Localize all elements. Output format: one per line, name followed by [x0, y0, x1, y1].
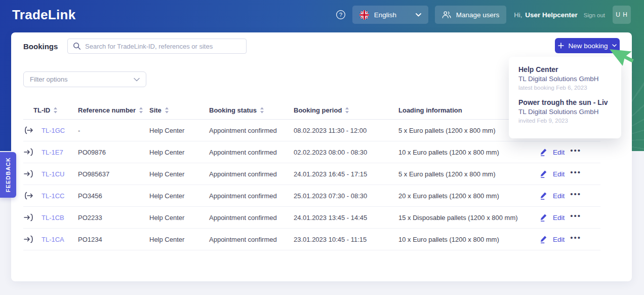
chevron-down-icon	[134, 78, 140, 82]
booking-status: Appointment confirmed	[209, 149, 294, 156]
site: Help Center	[149, 170, 209, 178]
loading-information: 5 x Euro pallets (1200 x 800 mm)	[398, 170, 540, 178]
sign-out-link[interactable]: Sign out	[584, 12, 605, 18]
booking-status: Appointment confirmed	[209, 170, 294, 178]
top-header: TradeLink ? English	[0, 0, 644, 29]
more-actions-button[interactable]: •••	[570, 216, 581, 219]
more-actions-button[interactable]: •••	[570, 151, 581, 154]
chevron-down-icon	[612, 44, 617, 47]
edit-button[interactable]: Edit	[553, 236, 565, 243]
svg-text:?: ?	[339, 12, 342, 18]
language-label: English	[374, 11, 396, 19]
search-icon	[73, 42, 81, 50]
site: Help Center	[149, 149, 209, 156]
reference-number: PO985637	[78, 170, 149, 178]
loading-information: 15 x Disposable pallets (1200 x 800 mm)	[398, 214, 540, 222]
tl-id-link[interactable]: TL-1CA	[42, 236, 64, 243]
inbound-arrow-icon	[23, 148, 34, 156]
filter-options-select[interactable]: Filter options	[23, 71, 146, 87]
column-header-reference[interactable]: Reference number	[78, 106, 149, 114]
pencil-icon[interactable]	[540, 213, 547, 222]
chevron-down-icon	[416, 13, 421, 17]
reference-number: PO3456	[78, 192, 149, 200]
filter-options-label: Filter options	[30, 76, 67, 83]
user-name: User Helpcenter	[525, 11, 578, 19]
tl-id-link[interactable]: TL-1E7	[42, 149, 63, 156]
tl-id-link[interactable]: TL-1CC	[42, 192, 65, 200]
outbound-arrow-icon	[23, 126, 34, 134]
booking-status: Appointment confirmed	[209, 214, 294, 222]
site: Help Center	[149, 192, 209, 200]
column-header-tl-id[interactable]: TL-ID	[23, 106, 78, 114]
new-booking-label: New booking	[568, 42, 608, 50]
booking-status: Appointment confirmed	[209, 192, 294, 200]
edit-button[interactable]: Edit	[553, 192, 565, 200]
dropdown-item-title: Power trough the sun - Liv	[518, 98, 612, 106]
language-selector[interactable]: English	[352, 6, 428, 24]
plus-icon	[558, 43, 564, 49]
manage-users-label: Manage users	[456, 11, 500, 19]
loading-information: 20 x Euro pallets (1200 x 800 mm)	[398, 192, 540, 200]
search-bar[interactable]	[67, 39, 247, 54]
tl-id-link[interactable]: TL-1CU	[42, 170, 65, 178]
manage-users-button[interactable]: Manage users	[435, 6, 507, 24]
loading-information: 10 x Euro pallets (1200 x 800 mm)	[398, 149, 540, 156]
site: Help Center	[149, 127, 209, 134]
edit-button[interactable]: Edit	[553, 149, 565, 156]
greeting-prefix: Hi,	[514, 11, 522, 19]
sort-icon	[260, 107, 264, 114]
page-title: Bookings	[23, 42, 58, 51]
dropdown-item-meta: invited Feb 9, 2023	[518, 118, 612, 124]
new-booking-dropdown: Help Center TL Digital Solutions GmbH la…	[509, 57, 621, 138]
feedback-tab[interactable]: FEEDBACK	[0, 152, 16, 198]
more-actions-button[interactable]: •••	[570, 172, 581, 175]
dropdown-item[interactable]: Power trough the sun - Liv TL Digital So…	[518, 98, 612, 124]
column-header-site[interactable]: Site	[149, 106, 209, 114]
site: Help Center	[149, 236, 209, 243]
search-input[interactable]	[85, 43, 241, 50]
column-header-status[interactable]: Booking status	[209, 106, 294, 114]
table-row: TL-1CC PO3456 Help Center Appointment co…	[23, 185, 600, 207]
booking-status: Appointment confirmed	[209, 127, 294, 134]
inbound-arrow-icon	[23, 235, 34, 243]
dropdown-item[interactable]: Help Center TL Digital Solutions GmbH la…	[518, 65, 612, 91]
pencil-icon[interactable]	[540, 192, 547, 200]
avatar[interactable]: U H	[613, 6, 631, 24]
tl-id-link[interactable]: TL-1CB	[42, 214, 64, 222]
dropdown-item-meta: latest booking Feb 6, 2023	[518, 85, 612, 91]
pencil-icon[interactable]	[540, 170, 547, 178]
dropdown-item-title: Help Center	[518, 65, 612, 73]
booking-period: 08.02.2023 11:30 - 12:00	[294, 127, 398, 134]
pencil-icon[interactable]	[540, 148, 547, 156]
outbound-arrow-icon	[23, 192, 34, 200]
booking-period: 23.01.2023 10:45 - 11:15	[294, 236, 398, 243]
dropdown-item-company: TL Digital Solutions GmbH	[518, 75, 612, 83]
reference-number: PO09876	[78, 149, 149, 156]
column-header-period[interactable]: Booking period	[294, 106, 398, 114]
loading-information: 10 x Euro pallets (1200 x 800 mm)	[398, 236, 540, 243]
help-button[interactable]: ?	[336, 10, 346, 20]
pencil-icon[interactable]	[540, 235, 547, 243]
table-row: TL-1E7 PO09876 Help Center Appointment c…	[23, 141, 600, 163]
booking-period: 02.02.2023 08:00 - 08:30	[294, 149, 398, 156]
table-row: TL-1CA PO1234 Help Center Appointment co…	[23, 229, 600, 250]
edit-button[interactable]: Edit	[553, 214, 565, 222]
edit-button[interactable]: Edit	[553, 170, 565, 178]
booking-status: Appointment confirmed	[209, 236, 294, 243]
booking-period: 24.01.2023 16:45 - 17:15	[294, 170, 398, 178]
tl-id-link[interactable]: TL-1GC	[42, 127, 65, 134]
reference-number: -	[78, 127, 149, 134]
sort-icon	[53, 107, 58, 114]
booking-period: 25.01.2023 07:30 - 08:30	[294, 192, 398, 200]
reference-number: PO2233	[78, 214, 149, 222]
inbound-arrow-icon	[23, 170, 34, 178]
feedback-label: FEEDBACK	[5, 157, 11, 192]
more-actions-button[interactable]: •••	[570, 194, 581, 197]
dropdown-item-company: TL Digital Solutions GmbH	[518, 108, 612, 116]
table-row: TL-1CU PO985637 Help Center Appointment …	[23, 163, 600, 185]
new-booking-button[interactable]: New booking	[555, 38, 620, 53]
booking-period: 24.01.2023 13:45 - 14:45	[294, 214, 398, 222]
more-actions-button[interactable]: •••	[570, 238, 581, 241]
uk-flag-icon	[359, 10, 369, 20]
app-logo: TradeLink	[12, 7, 76, 23]
